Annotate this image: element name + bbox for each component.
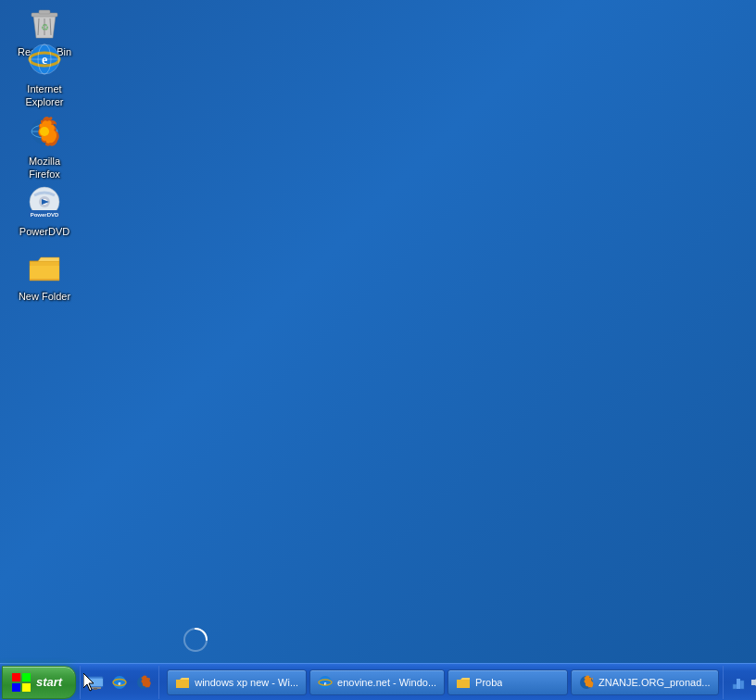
ql-firefox[interactable] — [132, 671, 155, 694]
start-button[interactable]: start — [2, 666, 76, 699]
svg-marker-44 — [83, 673, 94, 691]
task-label-3: Proba — [475, 677, 502, 688]
loading-spinner — [182, 626, 209, 654]
volume-icon[interactable] — [750, 675, 756, 690]
task-enovine[interactable]: e enovine.net - Windo... — [309, 669, 445, 695]
task-firefox-icon-4 — [579, 675, 594, 690]
svg-rect-2 — [39, 10, 50, 14]
firefox-icon[interactable]: Mozilla Firefox — [7, 109, 82, 186]
desktop: ♻ Recycle Bin e Internet Explorer — [0, 0, 756, 663]
ie-label: Internet Explorer — [11, 81, 78, 110]
ie-icon[interactable]: e Internet Explorer — [7, 37, 82, 114]
task-proba[interactable]: Proba — [447, 669, 568, 695]
task-label-2: enovine.net - Windo... — [337, 677, 436, 688]
svg-marker-43 — [751, 677, 756, 688]
ql-ie[interactable]: e — [108, 671, 131, 694]
mouse-cursor — [83, 673, 94, 690]
svg-text:e: e — [119, 680, 121, 687]
task-znanje[interactable]: ZNANJE.ORG_pronad... — [571, 669, 718, 695]
svg-point-16 — [40, 127, 49, 136]
svg-rect-24 — [12, 673, 20, 681]
powerdvd-image: PowerDVD — [26, 183, 63, 220]
svg-rect-27 — [22, 683, 31, 692]
powerdvd-label: PowerDVD — [17, 224, 72, 239]
task-folder-icon-3 — [456, 675, 471, 690]
svg-rect-25 — [22, 673, 31, 681]
task-label-4: ZNANJE.ORG_pronad... — [598, 677, 710, 688]
system-tray: 11:20 AM — [723, 666, 756, 699]
svg-rect-40 — [733, 684, 737, 689]
new-folder-label: New Folder — [16, 289, 73, 304]
task-folder-icon-1 — [175, 675, 190, 690]
svg-rect-26 — [12, 683, 20, 692]
svg-text:♻: ♻ — [41, 22, 49, 32]
task-windows-xp-new[interactable]: windows xp new - Wi... — [167, 669, 307, 695]
svg-text:e: e — [324, 681, 327, 686]
network-icon[interactable] — [731, 675, 746, 690]
svg-rect-42 — [737, 679, 740, 689]
windows-logo — [12, 673, 31, 692]
svg-rect-41 — [740, 681, 744, 689]
svg-text:PowerDVD: PowerDVD — [31, 212, 59, 218]
firefox-label: Mozilla Firefox — [11, 154, 78, 182]
new-folder-image — [26, 248, 63, 285]
firefox-image — [26, 113, 63, 150]
task-ie-icon-2: e — [318, 675, 333, 690]
start-label: start — [36, 675, 62, 689]
task-label-1: windows xp new - Wi... — [195, 677, 298, 688]
taskbar: start e — [0, 663, 756, 700]
powerdvd-icon[interactable]: PowerDVD PowerDVD — [7, 180, 82, 243]
recycle-bin-image: ♻ — [26, 4, 63, 41]
ie-image: e — [26, 41, 63, 78]
new-folder-icon[interactable]: New Folder — [7, 244, 82, 307]
taskbar-tasks: windows xp new - Wi... e enovine.net - W… — [163, 666, 722, 699]
